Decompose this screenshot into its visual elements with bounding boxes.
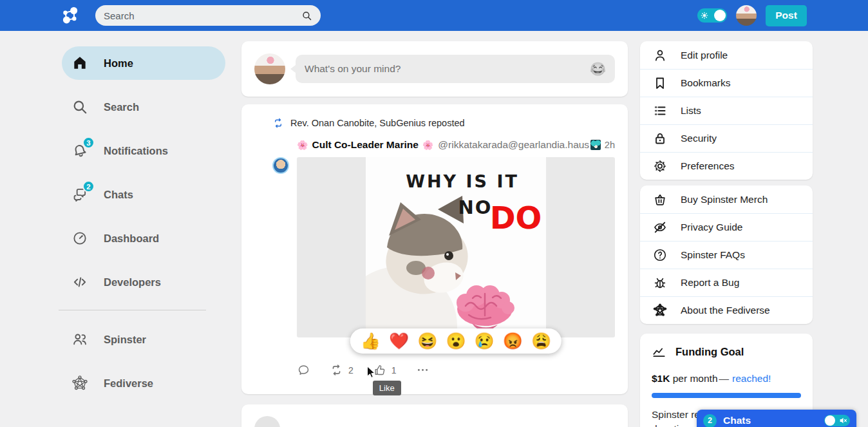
bell-icon: 3 [71, 142, 88, 159]
reaction-crying[interactable]: 😢 [475, 333, 495, 349]
sidebar-label-fediverse: Fediverse [104, 377, 153, 390]
comment-button[interactable] [297, 363, 310, 377]
post-timestamp[interactable]: 2h [605, 140, 615, 150]
post-button[interactable]: Post [766, 5, 807, 26]
post-author-name[interactable]: Cult Co-Leader Marine [312, 139, 418, 151]
menu-item-report-bug[interactable]: Report a Bug [640, 269, 813, 296]
reaction-laughing[interactable]: 😆 [417, 333, 437, 349]
post-author-row: 🌸 Cult Co-Leader Marine 🌸 @rikkatakarada… [297, 139, 615, 151]
reaction-picker: 👍 ❤️ 😆 😮 😢 😡 😩 [350, 328, 561, 354]
reaction-heart[interactable]: ❤️ [389, 333, 409, 349]
sidebar-item-spinster[interactable]: Spinster [62, 328, 146, 351]
funding-reached-link[interactable]: reached! [732, 373, 771, 384]
spinster-logo-icon[interactable] [61, 6, 80, 25]
next-post-avatar[interactable] [254, 416, 280, 427]
reaction-angry[interactable]: 😡 [503, 333, 523, 349]
current-user-avatar[interactable] [736, 5, 757, 26]
bug-icon [652, 275, 668, 290]
sidebar-item-chats[interactable]: 2 Chats [62, 183, 133, 206]
reaction-surprised[interactable]: 😮 [446, 333, 466, 349]
gear-icon [652, 158, 668, 174]
menu-item-about-fediverse[interactable]: About the Fediverse [640, 296, 813, 324]
sidebar-item-search[interactable]: Search [62, 95, 139, 119]
menu-label: Preferences [681, 160, 735, 172]
menu-label: Edit profile [681, 50, 728, 61]
post-image[interactable]: WHY IS IT NO DO [297, 157, 615, 337]
funding-period: per month [670, 373, 717, 384]
dashboard-icon [71, 230, 88, 247]
top-bar-right: Post [697, 0, 807, 31]
account-menu-card: Edit profile Bookmarks Lists Security Pr… [640, 41, 813, 180]
next-post-card: Feart n Tired @FeartnTired@spinster.xyz … [241, 404, 628, 427]
speaker-muted-icon [840, 417, 848, 424]
sidebar-item-home[interactable]: Home [62, 46, 225, 80]
sidebar-item-notifications[interactable]: 3 Notifications [62, 139, 168, 162]
theme-toggle[interactable] [697, 8, 727, 23]
repost-count: 2 [348, 365, 354, 375]
menu-item-edit-profile[interactable]: Edit profile [640, 41, 813, 69]
eye-slash-icon [652, 220, 668, 235]
menu-label: Security [681, 133, 717, 144]
more-button[interactable] [416, 363, 429, 377]
home-icon [71, 55, 88, 71]
menu-label: Report a Bug [681, 277, 739, 289]
repost-notice-text[interactable]: Rev. Onan Canobite, SubGenius reposted [290, 118, 465, 128]
like-count: 1 [392, 365, 397, 375]
post-author-handle[interactable]: @rikkatakarada@gearlandia.haus [438, 139, 589, 151]
chats-sound-toggle[interactable] [824, 415, 850, 426]
funding-goal-title: Funding Goal [675, 346, 744, 358]
next-post-author-row: Feart n Tired @FeartnTired@spinster.xyz … [292, 417, 615, 427]
theme-toggle-knob[interactable] [714, 10, 726, 21]
reaction-weary[interactable]: 😩 [531, 333, 551, 349]
people-icon [71, 331, 88, 348]
search-input[interactable] [104, 10, 301, 21]
person-icon [652, 48, 668, 63]
chats-sound-toggle-knob [825, 415, 835, 426]
repost-icon [330, 363, 343, 377]
menu-item-bookmarks[interactable]: Bookmarks [640, 69, 813, 97]
menu-label: Lists [681, 105, 701, 117]
reposter-avatar[interactable] [272, 157, 289, 174]
chats-dock-badge: 2 [703, 414, 717, 427]
menu-label: Buy Spinster Merch [681, 194, 768, 205]
repost-button[interactable]: 2 [330, 363, 354, 377]
emoji-picker-icon[interactable]: 😂 [590, 61, 606, 77]
sidebar-item-dashboard[interactable]: Dashboard [62, 227, 159, 250]
sidebar-item-developers[interactable]: Developers [62, 270, 161, 294]
trend-chart-icon [652, 345, 666, 359]
comment-icon [297, 363, 310, 377]
funding-amount: $1K [652, 373, 670, 384]
search-icon[interactable] [301, 10, 312, 21]
like-button[interactable]: 1 Like [373, 363, 397, 377]
chats-dock-bar[interactable]: 2 Chats [697, 410, 856, 427]
lock-icon [652, 131, 668, 146]
menu-item-security[interactable]: Security [640, 124, 813, 152]
menu-item-merch[interactable]: Buy Spinster Merch [640, 185, 813, 213]
menu-item-preferences[interactable]: Preferences [640, 152, 813, 180]
chats-dock-label: Chats [723, 415, 751, 426]
mouse-cursor [366, 366, 376, 379]
left-sidebar: Home Search 3 Notifications 2 Chats [62, 0, 225, 427]
code-icon [71, 274, 88, 290]
sidebar-label-spinster: Spinster [104, 334, 146, 346]
reaction-thumbs-up[interactable]: 👍 [361, 333, 381, 349]
repost-icon [272, 117, 284, 129]
sidebar-label-search: Search [104, 101, 139, 113]
sidebar-label-home: Home [104, 57, 133, 70]
sidebar-item-fediverse[interactable]: Fediverse [62, 372, 153, 395]
search-bar [95, 5, 321, 26]
cat-meme-image: WHY IS IT NO DO [366, 157, 546, 337]
composer-bubble: 😂 [296, 55, 615, 83]
funding-amount-line: $1K per month—reached! [652, 373, 801, 384]
menu-item-lists[interactable]: Lists [640, 97, 813, 124]
flower-emoji: 🌸 [422, 140, 433, 150]
menu-item-faqs[interactable]: Spinster FAQs [640, 241, 813, 269]
composer-input[interactable] [305, 63, 590, 75]
fediverse-filled-icon [652, 303, 668, 318]
svg-text:NO: NO [458, 196, 493, 218]
bookmark-icon [652, 75, 668, 91]
menu-item-privacy-guide[interactable]: Privacy Guide [640, 213, 813, 241]
svg-text:DO: DO [490, 200, 542, 236]
composer-avatar[interactable] [254, 53, 285, 84]
flower-emoji: 🌸 [297, 140, 308, 150]
